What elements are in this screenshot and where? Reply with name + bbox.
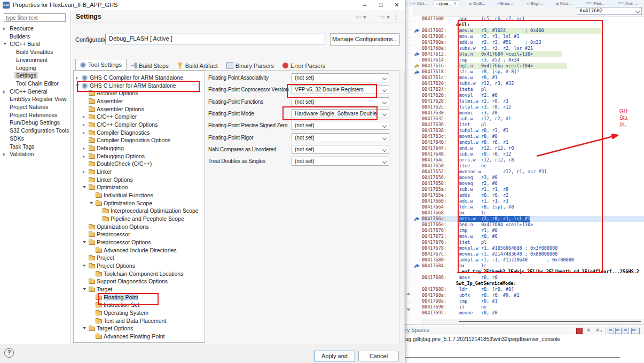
collapse-icon[interactable] [83, 327, 86, 329]
nav-item-tool-chain-editor[interactable]: Tool Chain Editor [0, 80, 70, 88]
collapse-icon[interactable] [83, 186, 86, 188]
asm-row[interactable]: 0041761c:mov.w r8, #1 [421, 75, 644, 81]
option-select-nan-compares-as-unordered[interactable]: (not set) [292, 145, 389, 154]
asm-row[interactable]: 0041764c:orrs.w r12, r12, r8 [421, 157, 644, 163]
tool-tree-item-target[interactable]: Target [74, 286, 205, 294]
tool-tree-item-project-options[interactable]: Project Options [74, 262, 205, 270]
asm-row[interactable]: 00417688:ldr r0, [r0, #0] [421, 287, 644, 292]
asm-row[interactable]: 0041766a:orrs.w r2, r0, r1, lsl #1 [421, 216, 644, 222]
asm-label-row[interactable]: ceil: [421, 22, 644, 28]
asm-row[interactable]: 00417644:and.w r12, r12, r0 [421, 145, 644, 151]
asm-row[interactable]: 0041767c:movmi.w r1, #2147483648 ; 0x800… [421, 251, 644, 257]
apply-and-close-button[interactable]: Apply and Close [314, 351, 355, 361]
view-tab-mod[interactable]: ▦Mod... [554, 0, 574, 6]
tool-tree-item-assembler[interactable]: Assembler [74, 98, 205, 105]
expand-icon[interactable] [3, 90, 5, 94]
pin-console-icon[interactable] [623, 328, 629, 334]
asm-row[interactable]: 00417656:moveq r3, #0 [421, 175, 644, 181]
asm-row[interactable]: 00417620:subs.w r12, r3, #32 [421, 81, 644, 87]
branch-pointer-icon[interactable] [414, 51, 420, 57]
scroll-lock-icon[interactable] [608, 328, 614, 334]
vertical-scrollbar[interactable] [399, 71, 405, 343]
view-tab-outli[interactable]: ▤Outli... [467, 0, 488, 6]
collapse-icon[interactable] [83, 288, 86, 290]
view-menu-icon[interactable]: ⋮ [393, 13, 399, 21]
tool-tree-item-doublecheck-c-c[interactable]: DoubleCheck (C/C++) [74, 160, 205, 168]
expand-icon[interactable] [83, 147, 85, 150]
tool-tree-item-ghs-c-compiler-for-arm-standalone[interactable]: GHS C Compiler for ARM Standalone [74, 74, 205, 82]
asm-row[interactable]: 00417686:movs r0, r0 [421, 275, 644, 281]
tool-tree-item-optimization[interactable]: Optimization [74, 184, 205, 191]
nav-item-logging[interactable]: Logging [0, 65, 70, 72]
asm-row[interactable]: 00417606:mov.w r2, r1, lsl #1 [421, 34, 644, 40]
asm-row[interactable]: 00417600:pop {r5, r6, r7, pc} [421, 16, 644, 22]
expand-icon[interactable] [83, 123, 85, 127]
asm-row[interactable]: 00417636:itet pl [421, 122, 644, 128]
option-select-floating-point-mode[interactable]: Hardware Single, Software Double [292, 109, 389, 118]
expand-icon[interactable] [83, 155, 85, 158]
tab-build-artifact[interactable]: Build Artifact [173, 60, 222, 71]
tool-tree-item-linker-options[interactable]: Linker Options [74, 176, 205, 184]
option-select-floating-point-precise-signed-zero[interactable]: (not set) [292, 121, 389, 130]
nav-item-resource[interactable]: Resource [0, 25, 70, 33]
nav-item-settings[interactable]: Settings [0, 72, 70, 80]
asm-row[interactable]: 0041768a:ubfx r0, r0, #9, #2 [421, 292, 644, 298]
expand-icon[interactable] [83, 171, 85, 174]
asm-row[interactable]: 00417692:movne r0, #0 [421, 310, 644, 316]
word-wrap-icon[interactable] [615, 328, 622, 334]
asm-row[interactable]: 00417684:bx lr [421, 263, 644, 269]
maximize-button[interactable]: □ [373, 0, 389, 10]
tab-binary-parsers[interactable]: Binary Parsers [222, 60, 278, 71]
view-tab-peri[interactable]: 1010Peri... [583, 0, 607, 6]
expand-icon[interactable] [3, 27, 5, 30]
tool-tree-item-individual-functions[interactable]: Individual Functions [74, 192, 205, 199]
asm-row[interactable]: 00417680:addpl.w r1, r1, #15728640 ; 0xf… [421, 257, 644, 263]
tool-tree-item-compiler-diagnostics-options[interactable]: Compiler Diagnostics Options [74, 137, 205, 144]
asm-label-row[interactable]: ..eof.trg.2Fthumb2.2Fobjs.2Flibs.2Flibma… [421, 269, 644, 275]
option-select-floating-point-rigor[interactable]: (not set) [292, 133, 389, 142]
close-button[interactable]: ✕ [389, 0, 405, 10]
nav-item-project-references[interactable]: Project References [0, 112, 70, 119]
nav-item-build-variables[interactable]: Build Variables [0, 49, 70, 56]
option-select-floating-point-functions[interactable]: (not set) [292, 97, 389, 106]
nav-item-validation[interactable]: Validation [0, 151, 70, 158]
nav-item-task-tags[interactable]: Task Tags [0, 143, 70, 151]
disassembly-breakpoint-ruler[interactable] [413, 16, 421, 320]
view-tab-arm[interactable]: 1010Arm ... [615, 0, 640, 6]
branch-pointer-icon[interactable] [414, 63, 420, 68]
asm-row[interactable]: 00417612:ble.n 0x417684 <ceil+130> [421, 51, 644, 57]
tool-tree-item-linker[interactable]: Linker [74, 168, 205, 176]
view-tab-brea[interactable]: ●Brea... [495, 0, 515, 6]
tool-tree-item-optimization-options[interactable]: Optimization Options [74, 223, 205, 231]
expand-icon[interactable] [76, 76, 78, 80]
collapse-icon[interactable] [3, 43, 6, 45]
tab-tool-settings[interactable]: Tool Settings [75, 59, 127, 71]
asm-row[interactable]: 00417672:mov.w r0, #0 [421, 234, 644, 240]
collapse-icon[interactable] [76, 84, 79, 87]
view-tab-expr[interactable]: +yExpr... [524, 0, 545, 6]
asm-row[interactable]: 00417626:movpl r2, #0 [421, 92, 644, 98]
horizontal-scrollbar[interactable] [421, 319, 644, 324]
asm-row[interactable]: 00417670:cmp r1, #0 [421, 228, 644, 234]
asm-row[interactable]: 00417628:lslmi.w r2, r8, r3 [421, 98, 644, 104]
asm-row[interactable]: 00417658:moveq r2, #0 [421, 181, 644, 187]
disassembly-address-input[interactable]: 0x417602 [577, 7, 642, 15]
dialog-titlebar[interactable]: S32 Properties for FlexEvan_IFB_APP_GHS … [0, 0, 405, 11]
tool-tree-item-archiver-options[interactable]: Archiver Options [74, 90, 205, 97]
view-tab-vari[interactable]: (x)=Vari... [408, 0, 430, 6]
forward-arrow-icon[interactable]: ⇨ ▾ [380, 13, 390, 21]
tool-tree-item-toolchain-component-locations[interactable]: Toolchain Component Locations [74, 271, 205, 278]
collapse-icon[interactable] [83, 265, 86, 267]
asm-row[interactable]: 00417632:sub.w r12, r2, #1 [421, 116, 644, 122]
asm-row[interactable]: 00417650:itee ne [421, 163, 644, 169]
expand-icon[interactable] [83, 132, 85, 135]
asm-row[interactable]: 0041763c:movmi.w r8, #0 [421, 134, 644, 140]
nav-item-embsys-register-view[interactable]: EmbSys Register View [0, 96, 70, 103]
option-select-treat-doubles-as-singles[interactable]: (not set) [292, 157, 389, 166]
tool-tree-item-instruction-set[interactable]: Instruction Set [74, 302, 205, 309]
tool-tree-item-target-options[interactable]: Target Options [74, 325, 205, 333]
tool-tree-item-preprocessor[interactable]: Preprocessor [74, 231, 205, 238]
asm-row[interactable]: 00417616:bgt.n 0x41766a <ceil+104> [421, 63, 644, 69]
branch-pointer-icon[interactable] [414, 216, 420, 221]
collapse-icon[interactable] [90, 202, 93, 204]
